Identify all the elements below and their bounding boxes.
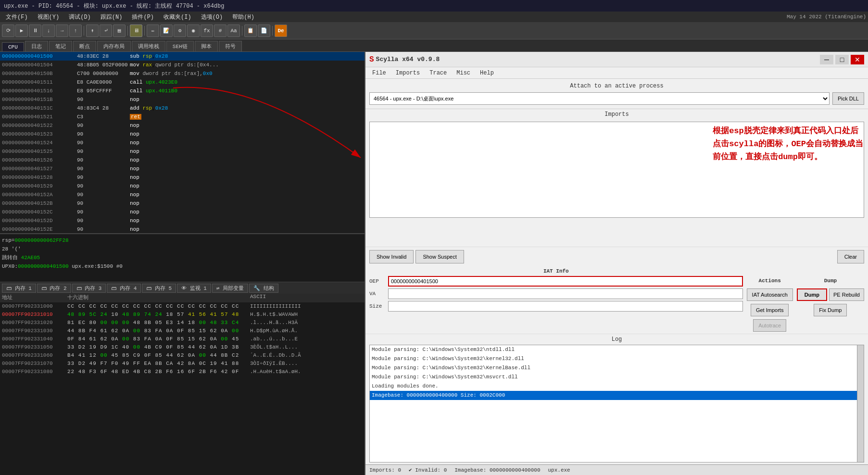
scylla-btn[interactable]: De (275, 25, 287, 37)
pause-btn[interactable]: ⏸ (29, 25, 41, 37)
step-into-btn[interactable]: ↓ (42, 25, 55, 37)
mem-tab-1[interactable]: 🗃 内存 1 (2, 284, 36, 293)
mem-row-5[interactable]: 00007FF902331050 33 D2 19 D9 1C 40 00 4B… (0, 343, 365, 351)
disasm-row-10[interactable]: 000000000040152490nop (0, 138, 365, 147)
tab-script[interactable]: 脚本 (195, 41, 218, 51)
font-btn[interactable]: Aa (227, 25, 240, 37)
menu-file[interactable]: 文件(F) (2, 12, 32, 22)
tab-notes[interactable]: 笔记 (49, 41, 72, 51)
disasm-row-11[interactable]: 000000000040152590nop (0, 147, 365, 156)
step-out-btn[interactable]: ↑ (69, 25, 82, 37)
get-imports-btn[interactable]: Get Imports (751, 304, 789, 316)
step-over-btn[interactable]: → (56, 25, 68, 37)
disasm-row-1[interactable]: 0000000000401504 48:8B05 052F0000 mov ra… (0, 61, 365, 69)
fx-btn[interactable]: fx (201, 25, 213, 37)
disasm-row-6[interactable]: 000000000040151C 48:83C4 28 add rsp,0x28 (0, 104, 365, 112)
asm-btn[interactable]: 📝 (160, 25, 173, 37)
show-invalid-btn[interactable]: Show Invalid (369, 250, 414, 263)
disasm-row-17[interactable]: 000000000040152B90nop (0, 199, 365, 208)
tab-breakpoints[interactable]: 断点 (73, 41, 96, 51)
disasm-row-13[interactable]: 000000000040152790nop (0, 164, 365, 173)
mem-row-4[interactable]: 00007FF902331040 0F 84 61 62 0A 00 83 FA… (0, 335, 365, 343)
menu-options[interactable]: 选项(O) (197, 12, 227, 22)
pick-dll-btn[interactable]: Pick DLL (832, 92, 864, 105)
notes-btn[interactable]: 📄 (258, 25, 270, 37)
mem-tab-2[interactable]: 🗃 内存 2 (37, 284, 71, 293)
tab-symbols[interactable]: 符号 (219, 41, 242, 51)
dump-btn[interactable]: Dump (797, 288, 827, 301)
menu-help[interactable]: 帮助(H) (228, 12, 258, 22)
maximize-btn[interactable]: □ (835, 55, 849, 64)
size-input[interactable] (388, 301, 743, 312)
imports-tree[interactable] (369, 122, 864, 218)
patch-btn[interactable]: ⚙ (174, 25, 186, 37)
disasm-row-4[interactable]: 0000000000401516 E8 95FCFFFF call upx.40… (0, 87, 365, 95)
mem-tab-3[interactable]: 🗃 内存 3 (72, 284, 106, 293)
restart-btn[interactable]: ⟳ (2, 25, 14, 37)
disasm-row-3[interactable]: 0000000000401511 E8 CA0E0000 call upx.40… (0, 78, 365, 87)
fix-dump-btn[interactable]: Fix Dump (814, 304, 847, 316)
run-btn[interactable]: ▶ (15, 25, 28, 37)
watch-tab-1[interactable]: 👁 监视 1 (177, 284, 211, 293)
mem-row-7[interactable]: 00007FF902331070 33 D2 49 F7 F0 49 FF EA… (0, 360, 365, 368)
menu-trace[interactable]: 跟踪(N) (97, 12, 126, 22)
close-btn[interactable]: ✕ (851, 55, 864, 64)
disasm-row-15[interactable]: 000000000040152990nop (0, 182, 365, 190)
disasm-row-12[interactable]: 000000000040152690nop (0, 156, 365, 164)
scylla-menu-misc[interactable]: Misc (453, 69, 473, 77)
disassembly-view[interactable]: 0000000000401500 48:83EC 28 sub rsp,0x28… (0, 52, 365, 233)
hash-btn[interactable]: # (214, 25, 226, 37)
tab-seh[interactable]: SEH链 (166, 41, 194, 51)
mem-tab-4[interactable]: 🗃 内存 4 (107, 284, 141, 293)
log-box[interactable]: Module parsing: C:\Windows\System32\ntdl… (370, 345, 857, 462)
locals-tab[interactable]: ⇌ 局部变量 (212, 284, 248, 293)
autotrace-btn[interactable]: Autotrace (753, 319, 786, 332)
cpu-btn[interactable]: 🖥 (130, 25, 142, 37)
disasm-row-0[interactable]: 0000000000401500 48:83EC 28 sub rsp,0x28 (0, 52, 365, 61)
tab-cpu[interactable]: CPU (2, 42, 24, 51)
run-to-user-btn[interactable]: ↟ (86, 25, 99, 37)
log-btn[interactable]: 📋 (244, 25, 257, 37)
disasm-row-14[interactable]: 000000000040152890nop (0, 173, 365, 182)
disasm-row-19[interactable]: 000000000040152D90nop (0, 216, 365, 225)
menu-view[interactable]: 视图(Y) (34, 12, 63, 22)
show-suspect-btn[interactable]: Show Suspect (415, 250, 464, 263)
tab-memory[interactable]: 内存布局 (97, 41, 131, 51)
disasm-row-7[interactable]: 0000000000401521 C3 ret (0, 112, 365, 121)
tab-callstack[interactable]: 调用堆栈 (132, 41, 165, 51)
execute-till-ret-btn[interactable]: ⤶ (100, 25, 112, 37)
hi-follow-btn[interactable]: ▤ (113, 25, 126, 37)
memory-view[interactable]: 地址 十六进制 ASCII 00007FF902331000 CC CC CC … (0, 294, 365, 475)
log-scrollbar[interactable] (857, 345, 864, 462)
struct-tab[interactable]: 🔧 结构 (249, 284, 278, 293)
disasm-row-5[interactable]: 000000000040151B 90 nop (0, 95, 365, 104)
disasm-row-18[interactable]: 000000000040152C90nop (0, 208, 365, 216)
breakpoint-btn[interactable]: ◉ (187, 25, 200, 37)
disasm-row-20[interactable]: 000000000040152E90nop (0, 225, 365, 233)
mem-tab-5[interactable]: 🗃 内存 5 (142, 284, 176, 293)
pen-btn[interactable]: ✏ (147, 25, 159, 37)
mem-row-8[interactable]: 00007FF902331080 22 48 F3 6F 48 ED 4B C8… (0, 368, 365, 376)
scylla-menu-imports[interactable]: Imports (393, 69, 423, 77)
oep-input[interactable] (388, 276, 743, 287)
mem-row-1[interactable]: 00007FF902331010 48 89 5C 24 10 48 89 74… (0, 311, 365, 319)
clear-btn[interactable]: Clear (837, 250, 864, 263)
pe-rebuild-btn[interactable]: PE Rebuild (829, 288, 864, 301)
scylla-menu-help[interactable]: Help (477, 69, 497, 77)
scylla-menu-trace[interactable]: Trace (427, 69, 450, 77)
iat-autosearch-btn[interactable]: IAT Autosearch (747, 288, 793, 301)
disasm-row-16[interactable]: 000000000040152A90nop (0, 190, 365, 199)
mem-row-0[interactable]: 00007FF902331000 CC CC CC CC CC CC CC CC… (0, 302, 365, 311)
minimize-btn[interactable]: ─ (820, 55, 833, 64)
scylla-menu-file[interactable]: File (369, 69, 389, 77)
menu-fav[interactable]: 收藏夹(I) (160, 12, 195, 22)
disasm-row-8[interactable]: 000000000040152290nop (0, 121, 365, 130)
mem-row-2[interactable]: 00007FF902331020 81 EC 80 00 00 00 48 8B… (0, 319, 365, 327)
menu-plugin[interactable]: 插件(P) (128, 12, 158, 22)
disasm-row-9[interactable]: 000000000040152390nop (0, 130, 365, 138)
menu-debug[interactable]: 调试(D) (65, 12, 95, 22)
mem-row-3[interactable]: 00007FF902331030 44 8B F4 61 62 0A 00 83… (0, 327, 365, 335)
tab-log[interactable]: 日志 (25, 41, 48, 51)
process-select[interactable]: 46564 - upx.exe - D:\桌面\upx.exe (369, 92, 830, 105)
mem-row-6[interactable]: 00007FF902331060 B4 41 12 00 45 85 C9 0F… (0, 351, 365, 360)
